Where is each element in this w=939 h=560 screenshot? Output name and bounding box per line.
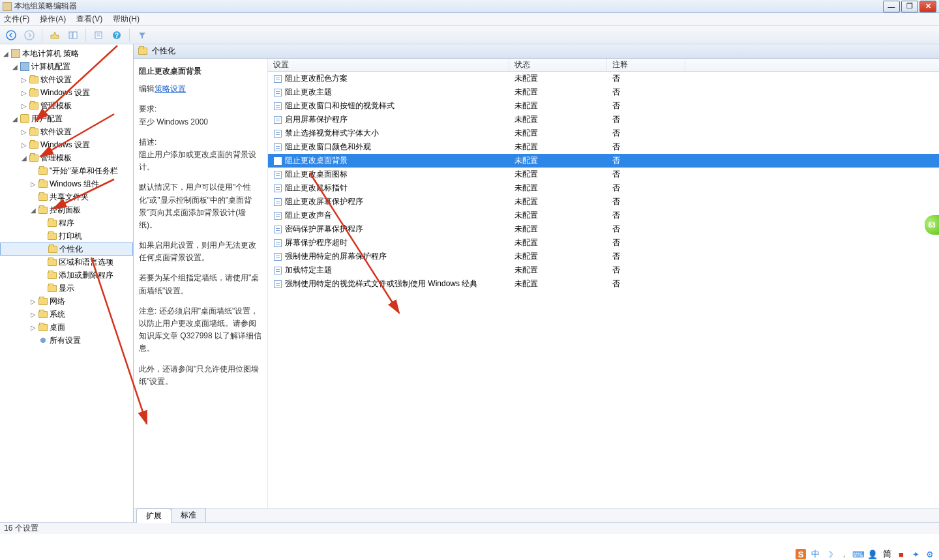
tree-computer-config[interactable]: ◢ 计算机配置 <box>0 60 133 73</box>
menu-help[interactable]: 帮助(H) <box>113 14 140 25</box>
app-icon <box>3 2 12 11</box>
tree-pane[interactable]: ◢ 本地计算机 策略 ◢ 计算机配置 ▷软件设置 ▷Windows 设置 ▷管理… <box>0 44 134 522</box>
tree-all-settings[interactable]: 所有设置 <box>0 334 133 347</box>
desc-p4: 若要为某个组指定墙纸，请使用"桌面墙纸"设置。 <box>139 272 262 297</box>
show-hide-tree-button[interactable] <box>66 28 80 42</box>
tree-label: 系统 <box>50 309 65 320</box>
row-comment: 否 <box>607 251 685 262</box>
list-row[interactable]: 加载特定主题未配置否 <box>268 263 939 277</box>
list-row[interactable]: 启用屏幕保护程序未配置否 <box>268 113 939 126</box>
list-row[interactable]: 强制使用特定的屏幕保护程序未配置否 <box>268 250 939 263</box>
expander-icon[interactable]: ◢ <box>10 115 20 123</box>
expander-icon[interactable]: ◢ <box>20 155 29 162</box>
expander-icon[interactable]: ▷ <box>20 76 29 83</box>
tray-sogou-icon[interactable]: S <box>796 549 806 559</box>
list-row[interactable]: 阻止更改声音未配置否 <box>268 209 939 222</box>
list-row[interactable]: 阻止更改主题未配置否 <box>268 85 939 99</box>
row-setting: 阻止更改窗口和按钮的视觉样式 <box>285 100 395 111</box>
tree-win-components[interactable]: ▷Windows 组件 <box>0 177 133 190</box>
close-button[interactable]: ✕ <box>919 1 936 12</box>
expander-icon[interactable]: ▷ <box>20 89 29 96</box>
tray-ime-lang[interactable]: 中 <box>810 549 820 559</box>
list-row[interactable]: 阻止更改屏幕保护程序未配置否 <box>268 195 939 209</box>
tree-desktop[interactable]: ▷桌面 <box>0 321 133 334</box>
tray-settings-icon[interactable]: ⚙ <box>925 549 935 559</box>
col-setting[interactable]: 设置 <box>268 59 509 71</box>
maximize-button[interactable]: ❐ <box>901 1 918 12</box>
list-row[interactable]: 屏幕保护程序超时未配置否 <box>268 236 939 250</box>
back-button[interactable] <box>4 28 18 42</box>
properties-button[interactable] <box>91 28 106 42</box>
policy-icon <box>10 49 21 58</box>
tray-ime-simp[interactable]: 简 <box>882 549 892 559</box>
tray-keyboard-icon[interactable]: ⌨ <box>853 549 863 559</box>
tree-add-remove[interactable]: 添加或删除程序 <box>0 269 133 282</box>
list-row[interactable]: 密码保护屏幕保护程序未配置否 <box>268 222 939 236</box>
folder-icon <box>29 127 39 136</box>
desc-p5: 注意: 还必须启用"桌面墙纸"设置，以防止用户更改桌面墙纸。请参阅知识库文章 Q… <box>139 305 262 355</box>
list-row[interactable]: 阻止更改配色方案未配置否 <box>268 72 939 85</box>
menu-file[interactable]: 文件(F) <box>4 14 29 25</box>
edit-policy-link[interactable]: 策略设置 <box>155 84 186 93</box>
help-button[interactable]: ? <box>110 28 124 42</box>
up-button[interactable] <box>48 28 62 42</box>
folder-icon <box>29 140 39 149</box>
tree-user-config[interactable]: ◢用户配置 <box>0 112 133 125</box>
col-comment[interactable]: 注释 <box>607 59 685 71</box>
expander-icon[interactable]: ▷ <box>29 298 38 305</box>
list-row[interactable]: 阻止更改窗口和按钮的视觉样式未配置否 <box>268 99 939 113</box>
row-comment: 否 <box>607 141 685 153</box>
tree-cc-software[interactable]: ▷软件设置 <box>0 73 133 86</box>
expander-icon[interactable]: ▷ <box>20 102 29 110</box>
expander-icon[interactable]: ▷ <box>29 181 38 188</box>
tree-control-panel[interactable]: ◢控制面板 <box>0 203 133 216</box>
expander-icon[interactable]: ▷ <box>20 141 29 149</box>
tree-uc-admin[interactable]: ◢管理模板 <box>0 151 133 164</box>
tree-display[interactable]: 显示 <box>0 282 133 295</box>
tree-uc-windows[interactable]: ▷Windows 设置 <box>0 138 133 151</box>
list-row[interactable]: 阻止更改桌面背景未配置否 <box>268 154 939 168</box>
list-row[interactable]: 阻止更改鼠标指针未配置否 <box>268 181 939 195</box>
list-row[interactable]: 阻止更改桌面图标未配置否 <box>268 168 939 181</box>
tree-programs[interactable]: 程序 <box>0 216 133 229</box>
expander-icon[interactable]: ▷ <box>29 311 38 318</box>
tree-personalization[interactable]: 个性化 <box>0 243 133 256</box>
tree-printers[interactable]: 打印机 <box>0 229 133 243</box>
tree-region-lang[interactable]: 区域和语言选项 <box>0 256 133 269</box>
tray-toolbox-icon[interactable]: ✦ <box>910 549 921 559</box>
tree-uc-software[interactable]: ▷软件设置 <box>0 125 133 138</box>
float-badge[interactable]: 63 <box>925 215 939 235</box>
tab-extended[interactable]: 扩展 <box>136 508 171 523</box>
tree-network[interactable]: ▷网络 <box>0 295 133 308</box>
minimize-button[interactable]: — <box>883 1 900 12</box>
expander-icon[interactable]: ◢ <box>10 63 20 70</box>
tree-root[interactable]: ◢ 本地计算机 策略 <box>0 47 133 60</box>
menu-action[interactable]: 操作(A) <box>40 14 66 25</box>
tray-moon-icon[interactable]: ☽ <box>824 549 835 559</box>
filter-button[interactable] <box>135 28 149 42</box>
tree-shared-folders[interactable]: 共享文件夹 <box>0 190 133 203</box>
tab-standard[interactable]: 标准 <box>171 508 206 522</box>
tray-punct-icon[interactable]: ， <box>839 549 849 559</box>
tree-system[interactable]: ▷系统 <box>0 308 133 321</box>
list-row[interactable]: 强制使用特定的视觉样式文件或强制使用 Windows 经典未配置否 <box>268 277 939 291</box>
forward-button[interactable] <box>22 28 37 42</box>
desc-p3: 如果启用此设置，则用户无法更改任何桌面背景设置。 <box>139 239 262 264</box>
menu-view[interactable]: 查看(V) <box>76 14 102 25</box>
expander-icon[interactable]: ▷ <box>29 324 38 331</box>
tree-cc-admin[interactable]: ▷管理模板 <box>0 99 133 112</box>
list-row[interactable]: 禁止选择视觉样式字体大小未配置否 <box>268 126 939 140</box>
tree-start-taskbar[interactable]: "开始"菜单和任务栏 <box>0 164 133 177</box>
tree-label: "开始"菜单和任务栏 <box>50 166 118 177</box>
window-title: 本地组策略编辑器 <box>14 1 883 12</box>
folder-icon <box>38 297 48 306</box>
tray-record-icon[interactable]: ■ <box>896 549 906 559</box>
expander-icon[interactable]: ▷ <box>20 128 29 136</box>
tray-user-icon[interactable]: 👤 <box>867 549 878 559</box>
expander-icon[interactable]: ◢ <box>29 207 38 214</box>
col-state[interactable]: 状态 <box>509 59 607 71</box>
tree-cc-windows[interactable]: ▷Windows 设置 <box>0 86 133 99</box>
expander-icon[interactable]: ◢ <box>1 50 10 57</box>
row-comment: 否 <box>607 183 685 194</box>
list-row[interactable]: 阻止更改窗口颜色和外观未配置否 <box>268 140 939 154</box>
